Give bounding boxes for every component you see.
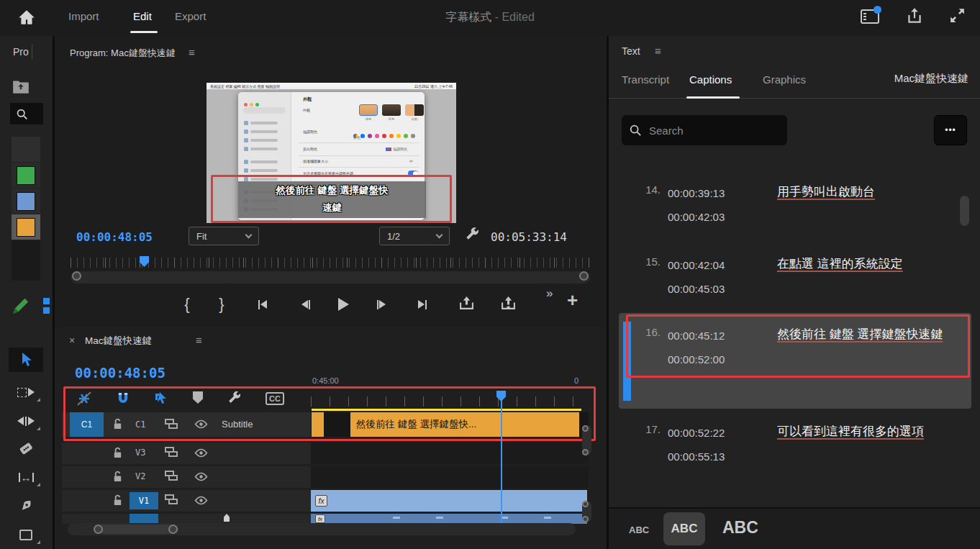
v1-label[interactable]: V1	[130, 492, 158, 509]
timeline-current-timecode[interactable]: 00:00:48:05	[75, 365, 165, 381]
lift-button[interactable]	[445, 296, 488, 313]
tool-rectangle[interactable]	[9, 522, 43, 547]
step-back-button[interactable]	[286, 300, 325, 309]
project-item-green[interactable]	[12, 163, 40, 188]
mark-in-button[interactable]: {	[170, 295, 204, 314]
nest-toggle-button[interactable]	[76, 391, 92, 409]
h-scrollbar-left-handle[interactable]	[94, 525, 103, 534]
project-item-dark[interactable]	[12, 240, 40, 281]
v1-target[interactable]	[164, 493, 178, 509]
caption-end-time[interactable]: 00:00:45:03	[668, 277, 725, 301]
transport-overflow-button[interactable]: »	[546, 286, 553, 301]
project-item-orange-selected[interactable]	[12, 214, 40, 240]
caption-search-input[interactable]	[648, 124, 763, 137]
v3-lock[interactable]	[112, 447, 123, 462]
captions-scrollbar-thumb[interactable]	[960, 196, 969, 226]
caption-start-time[interactable]: 00:00:42:04	[668, 253, 725, 277]
caption-start-time[interactable]: 00:00:39:13	[668, 181, 725, 205]
caption-clip-selected[interactable]: 然後前往 鍵盤 選擇鍵盤快...	[350, 412, 579, 437]
caption-size-large-button[interactable]: ABC	[722, 518, 758, 537]
text-panel-menu[interactable]: ≡	[655, 45, 661, 57]
caption-text[interactable]: 可以看到這裡有很多的選項	[777, 419, 979, 443]
v2-target[interactable]	[164, 469, 178, 485]
zoom-level-dropdown[interactable]: Fit	[189, 227, 259, 245]
tool-ripple-edit[interactable]	[9, 409, 43, 433]
step-forward-button[interactable]	[362, 300, 400, 309]
timeline-v-scrollbar-lower[interactable]	[582, 501, 591, 522]
caption-row-16-selected[interactable]: 16. 00:00:45:12 00:00:52:00 然後前往 鍵盤 選擇鍵盤…	[619, 313, 971, 409]
edit-pencil-button[interactable]	[10, 295, 32, 319]
scrollbar-right-handle[interactable]	[579, 271, 589, 281]
caption-source-selector[interactable]: C1	[70, 412, 104, 437]
share-button[interactable]	[905, 6, 924, 29]
timeline-h-scrollbar[interactable]	[68, 523, 576, 535]
v3-visibility[interactable]	[194, 448, 208, 461]
caption-text[interactable]: 然後前往 鍵盤 選擇鍵盤快速鍵	[777, 322, 979, 346]
add-marker-button[interactable]	[193, 391, 203, 404]
v2-label[interactable]: V2	[135, 471, 145, 481]
tool-pen[interactable]	[9, 494, 43, 518]
fullscreen-button[interactable]	[948, 6, 966, 27]
bin-up-button[interactable]	[12, 78, 30, 98]
caption-clip-small[interactable]	[312, 412, 324, 437]
program-current-timecode[interactable]: 00:00:48:05	[76, 230, 153, 244]
timeline-tab-title[interactable]: Mac鍵盤快速鍵	[85, 335, 152, 348]
v3-target[interactable]	[164, 445, 178, 461]
timeline-panel-menu[interactable]: ≡	[196, 334, 202, 346]
playback-resolution-dropdown[interactable]: 1/2	[379, 227, 450, 245]
tool-razor[interactable]	[9, 436, 43, 460]
program-video-preview[interactable]: 系統設定 檔案 編輯 顯示方式 視窗 輔助說明 11月26日 週六 上午7:46	[207, 83, 456, 223]
v1-visibility[interactable]	[194, 495, 208, 509]
tab-sequence-name[interactable]: Mac鍵盤快速鍵	[894, 72, 968, 86]
v3-label[interactable]: V3	[135, 448, 145, 458]
caption-track-target[interactable]	[164, 417, 178, 433]
program-scrollbar[interactable]	[71, 271, 590, 283]
caption-track-name[interactable]: C1	[135, 419, 145, 430]
tab-graphics[interactable]: Graphics	[763, 73, 806, 86]
caption-end-time[interactable]: 00:00:52:00	[668, 348, 725, 371]
v-scrollbar-handle[interactable]	[582, 516, 589, 522]
scrollbar-left-handle[interactable]	[72, 271, 81, 281]
v-scrollbar-handle[interactable]	[582, 449, 589, 455]
v1-video-clip[interactable]	[311, 490, 587, 512]
panel-dot-bottom[interactable]	[43, 307, 50, 314]
go-to-in-button[interactable]	[239, 300, 286, 309]
timeline-settings-button[interactable]	[226, 389, 242, 409]
timeline-tab-close[interactable]: ×	[69, 335, 75, 346]
captions-more-button[interactable]: •••	[934, 115, 967, 145]
tab-transcript[interactable]: Transcript	[622, 73, 669, 86]
caption-search-box[interactable]	[622, 115, 787, 145]
play-button[interactable]	[325, 298, 362, 311]
caption-start-time[interactable]: 00:00:52:22	[668, 421, 725, 445]
caption-text[interactable]: 用手勢叫出啟動台	[777, 180, 979, 204]
add-button[interactable]: +	[567, 289, 578, 312]
v-scrollbar-handle[interactable]	[582, 501, 589, 507]
mark-out-button[interactable]: }	[204, 295, 239, 314]
tool-selection[interactable]	[9, 348, 43, 372]
v1-lock[interactable]	[112, 494, 123, 509]
snap-toggle-button[interactable]	[115, 391, 131, 409]
project-search-button[interactable]	[10, 103, 43, 124]
caption-start-time[interactable]: 00:00:45:12	[668, 324, 725, 348]
program-panel-menu[interactable]: ≡	[189, 46, 195, 58]
v-scrollbar-handle[interactable]	[582, 425, 589, 432]
caption-size-small-button[interactable]: ABC	[629, 525, 649, 535]
timeline-v-scrollbar-upper[interactable]	[582, 425, 591, 455]
linked-selection-button[interactable]	[153, 389, 170, 409]
caption-size-medium-button[interactable]: ABC	[663, 512, 705, 545]
go-to-out-button[interactable]	[400, 300, 445, 309]
caption-end-time[interactable]: 00:00:55:13	[668, 445, 725, 468]
caption-text[interactable]: 在點選 這裡的系統設定	[777, 252, 979, 276]
h-scrollbar-thumb[interactable]	[98, 525, 178, 534]
panel-dot-top[interactable]	[43, 298, 50, 304]
caption-end-time[interactable]: 00:00:42:03	[668, 205, 725, 229]
a1-label-box[interactable]	[130, 514, 158, 524]
tab-captions[interactable]: Captions	[689, 73, 732, 86]
tool-track-select-forward[interactable]	[9, 380, 43, 404]
caption-track-lock[interactable]	[112, 418, 123, 433]
program-settings-button[interactable]	[463, 225, 481, 245]
captions-display-button[interactable]: CC	[266, 392, 284, 405]
project-item-blue[interactable]	[12, 189, 40, 214]
v2-visibility[interactable]	[194, 471, 208, 485]
a1-audio-clip[interactable]	[311, 514, 587, 524]
